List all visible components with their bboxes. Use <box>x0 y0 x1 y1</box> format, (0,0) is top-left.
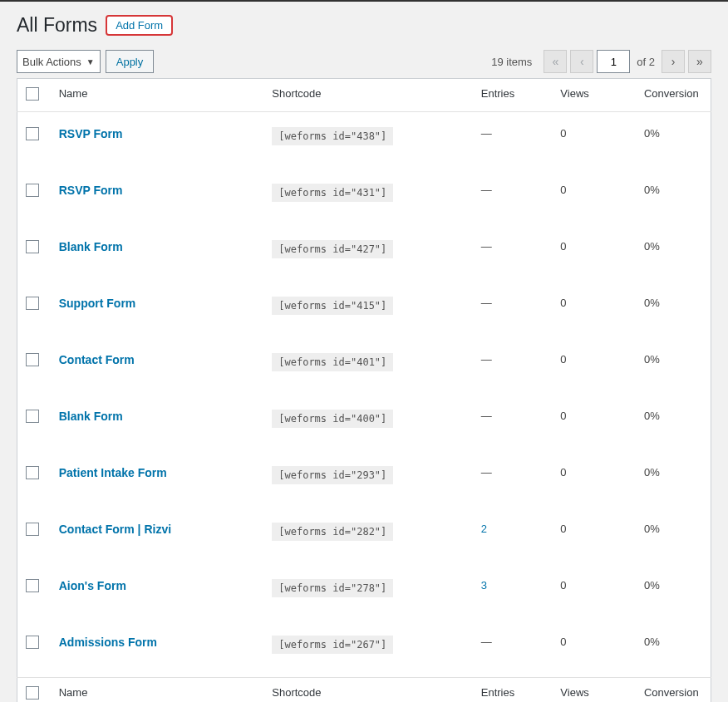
views-value: 0 <box>552 621 636 678</box>
pagination-top: 19 items « ‹ of 2 › » <box>491 50 711 73</box>
row-checkbox[interactable] <box>26 297 39 310</box>
conversion-value: 0% <box>636 564 711 621</box>
shortcode-value[interactable]: [weforms id="438"] <box>272 127 393 145</box>
shortcode-value[interactable]: [weforms id="415"] <box>272 297 393 315</box>
entries-value: — <box>481 466 492 479</box>
conversion-value: 0% <box>636 282 711 338</box>
entries-value[interactable]: 2 <box>481 523 487 535</box>
shortcode-value[interactable]: [weforms id="401"] <box>272 353 393 371</box>
entries-value: — <box>481 636 492 648</box>
shortcode-value[interactable]: [weforms id="293"] <box>272 466 393 484</box>
column-footer-conversion: Conversion <box>636 678 711 703</box>
views-value: 0 <box>552 282 636 338</box>
column-footer-entries: Entries <box>473 678 553 703</box>
table-row: Support Form[weforms id="415"]—00% <box>17 282 711 338</box>
table-row: RSVP Form[weforms id="438"]—00% <box>17 112 711 169</box>
toolbar-top: Bulk Actions ▼ Apply 19 items « ‹ of 2 ›… <box>0 45 728 78</box>
shortcode-value[interactable]: [weforms id="278"] <box>272 579 393 597</box>
entries-value: — <box>481 410 492 422</box>
shortcode-value[interactable]: [weforms id="431"] <box>272 184 393 202</box>
page-header: All Forms Add Form <box>0 2 728 45</box>
column-footer-views: Views <box>552 678 636 703</box>
table-row: Contact Form | Rizvi[weforms id="282"]20… <box>17 508 711 564</box>
views-value: 0 <box>552 225 636 282</box>
dropdown-caret-icon: ▼ <box>86 57 95 66</box>
conversion-value: 0% <box>636 508 711 564</box>
conversion-value: 0% <box>636 338 711 395</box>
row-checkbox[interactable] <box>26 636 39 649</box>
conversion-value: 0% <box>636 395 711 451</box>
table-row: Patient Intake Form[weforms id="293"]—00… <box>17 451 711 508</box>
apply-button[interactable]: Apply <box>106 50 155 73</box>
conversion-value: 0% <box>636 621 711 678</box>
views-value: 0 <box>552 564 636 621</box>
entries-value[interactable]: 3 <box>481 579 487 592</box>
prev-page-button[interactable]: ‹ <box>570 50 593 73</box>
form-name-link[interactable]: Patient Intake Form <box>59 466 167 479</box>
row-checkbox[interactable] <box>26 410 39 423</box>
first-page-button[interactable]: « <box>544 50 567 73</box>
bulk-actions-select[interactable]: Bulk Actions ▼ <box>17 50 101 73</box>
row-checkbox[interactable] <box>26 353 39 366</box>
row-checkbox[interactable] <box>26 579 39 592</box>
form-name-link[interactable]: RSVP Form <box>59 184 123 197</box>
table-row: Admissions Form[weforms id="267"]—00% <box>17 621 711 678</box>
bulk-actions-label: Bulk Actions <box>22 56 81 68</box>
shortcode-value[interactable]: [weforms id="427"] <box>272 240 393 258</box>
row-checkbox[interactable] <box>26 184 39 197</box>
form-name-link[interactable]: Admissions Form <box>59 636 157 649</box>
conversion-value: 0% <box>636 112 711 169</box>
entries-value: — <box>481 240 492 253</box>
items-count: 19 items <box>491 56 532 68</box>
views-value: 0 <box>552 169 636 225</box>
views-value: 0 <box>552 395 636 451</box>
entries-value: — <box>481 353 492 366</box>
views-value: 0 <box>552 451 636 508</box>
bulk-actions-group: Bulk Actions ▼ Apply <box>17 50 154 73</box>
column-header-name[interactable]: Name <box>51 79 264 112</box>
conversion-value: 0% <box>636 451 711 508</box>
shortcode-value[interactable]: [weforms id="400"] <box>272 410 393 428</box>
views-value: 0 <box>552 112 636 169</box>
table-row: Blank Form[weforms id="400"]—00% <box>17 395 711 451</box>
views-value: 0 <box>552 508 636 564</box>
add-form-button[interactable]: Add Form <box>106 15 173 36</box>
column-header-shortcode: Shortcode <box>263 79 473 112</box>
entries-value: — <box>481 184 492 196</box>
form-name-link[interactable]: RSVP Form <box>59 127 123 140</box>
table-header-row: Name Shortcode Entries Views Conversion <box>17 79 711 112</box>
column-header-views: Views <box>552 79 636 112</box>
select-all-checkbox[interactable] <box>26 87 39 101</box>
page-title: All Forms <box>17 14 97 37</box>
conversion-value: 0% <box>636 225 711 282</box>
column-header-entries: Entries <box>473 79 553 112</box>
table-row: Contact Form[weforms id="401"]—00% <box>17 338 711 395</box>
views-value: 0 <box>552 338 636 395</box>
entries-value: — <box>481 127 492 140</box>
column-header-conversion: Conversion <box>636 79 711 112</box>
last-page-button[interactable]: » <box>688 50 711 73</box>
of-pages-text: of 2 <box>637 56 655 68</box>
table-row: RSVP Form[weforms id="431"]—00% <box>17 169 711 225</box>
row-checkbox[interactable] <box>26 523 39 536</box>
form-name-link[interactable]: Blank Form <box>59 410 123 423</box>
form-name-link[interactable]: Aion's Form <box>59 579 126 592</box>
column-footer-shortcode: Shortcode <box>263 678 473 703</box>
table-row: Aion's Form[weforms id="278"]300% <box>17 564 711 621</box>
row-checkbox[interactable] <box>26 127 39 140</box>
shortcode-value[interactable]: [weforms id="282"] <box>272 523 393 541</box>
forms-table: Name Shortcode Entries Views Conversion … <box>17 78 711 702</box>
form-name-link[interactable]: Support Form <box>59 297 136 310</box>
conversion-value: 0% <box>636 169 711 225</box>
row-checkbox[interactable] <box>26 240 39 253</box>
shortcode-value[interactable]: [weforms id="267"] <box>272 636 393 654</box>
row-checkbox[interactable] <box>26 466 39 479</box>
current-page-input[interactable] <box>597 50 630 73</box>
form-name-link[interactable]: Contact Form <box>59 353 135 366</box>
next-page-button[interactable]: › <box>662 50 685 73</box>
table-row: Blank Form[weforms id="427"]—00% <box>17 225 711 282</box>
select-all-checkbox-footer[interactable] <box>26 686 39 700</box>
form-name-link[interactable]: Contact Form | Rizvi <box>59 523 171 536</box>
column-footer-name[interactable]: Name <box>51 678 264 703</box>
form-name-link[interactable]: Blank Form <box>59 240 123 253</box>
